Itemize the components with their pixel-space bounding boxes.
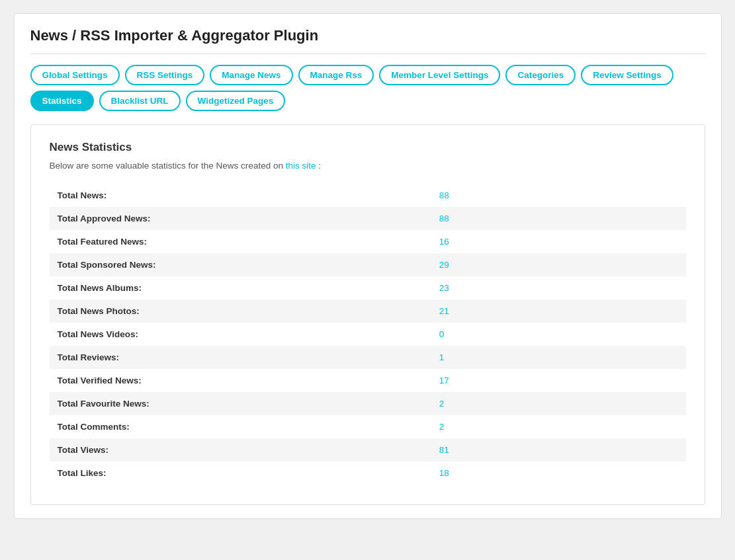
tab-statistics[interactable]: Statistics [30, 91, 94, 111]
stat-value: 23 [431, 276, 686, 300]
section-desc: Below are some valuable statistics for t… [50, 161, 686, 171]
desc-suffix: : [318, 161, 321, 171]
stat-value: 1 [431, 346, 686, 369]
stat-value: 29 [431, 253, 686, 276]
stats-row: Total Favourite News: 2 [50, 392, 686, 415]
page-container: News / RSS Importer & Aggregator Plugin … [14, 13, 722, 519]
stat-value: 81 [431, 438, 686, 461]
stat-value: 2 [431, 415, 686, 438]
stats-row: Total News Albums: 23 [50, 276, 686, 300]
stats-row: Total Sponsored News: 29 [50, 253, 686, 276]
stat-label: Total Comments: [50, 415, 431, 438]
stats-row: Total News Photos: 21 [50, 300, 686, 323]
stat-label: Total News Albums: [50, 276, 431, 300]
stat-value: 88 [431, 184, 686, 207]
stat-value: 17 [431, 369, 686, 392]
tab-global-settings[interactable]: Global Settings [30, 65, 120, 85]
stats-row: Total Comments: 2 [50, 415, 686, 438]
stat-value: 21 [431, 300, 686, 323]
tab-widgetized-pages[interactable]: Widgetized Pages [186, 91, 286, 111]
section-title: News Statistics [50, 141, 686, 154]
tab-manage-rss[interactable]: Manage Rss [298, 65, 374, 85]
tab-categories[interactable]: Categories [505, 65, 576, 85]
stats-row: Total News Videos: 0 [50, 323, 686, 346]
stat-value: 16 [431, 230, 686, 253]
stats-table: Total News: 88 Total Approved News: 88 T… [50, 184, 686, 485]
stat-value: 88 [431, 207, 686, 230]
stat-label: Total Favourite News: [50, 392, 431, 415]
stats-row: Total News: 88 [50, 184, 686, 207]
tab-manage-news[interactable]: Manage News [210, 65, 292, 85]
stats-row: Total Featured News: 16 [50, 230, 686, 253]
stat-label: Total Featured News: [50, 230, 431, 253]
stat-label: Total News Photos: [50, 300, 431, 323]
stats-row: Total Views: 81 [50, 438, 686, 461]
stat-label: Total News: [50, 184, 431, 207]
stat-label: Total Reviews: [50, 346, 431, 369]
stats-row: Total Reviews: 1 [50, 346, 686, 369]
stats-row: Total Likes: 18 [50, 461, 686, 485]
content-panel: News Statistics Below are some valuable … [30, 124, 705, 505]
tab-member-level-settings[interactable]: Member Level Settings [379, 65, 500, 85]
tab-blacklist-url[interactable]: Blacklist URL [99, 91, 181, 111]
page-title: News / RSS Importer & Aggregator Plugin [30, 27, 705, 54]
stat-value: 18 [431, 461, 686, 485]
tab-rss-settings[interactable]: RSS Settings [125, 65, 205, 85]
stat-label: Total Approved News: [50, 207, 431, 230]
desc-prefix: Below are some valuable statistics for t… [50, 161, 283, 171]
stat-label: Total Sponsored News: [50, 253, 431, 276]
stat-label: Total Likes: [50, 461, 431, 485]
tab-review-settings[interactable]: Review Settings [581, 65, 673, 85]
stat-label: Total News Videos: [50, 323, 431, 346]
stats-row: Total Verified News: 17 [50, 369, 686, 392]
stats-row: Total Approved News: 88 [50, 207, 686, 230]
stat-value: 2 [431, 392, 686, 415]
stat-label: Total Verified News: [50, 369, 431, 392]
nav-tabs: Global SettingsRSS SettingsManage NewsMa… [30, 65, 705, 111]
stat-value: 0 [431, 323, 686, 346]
desc-link[interactable]: this site [286, 161, 316, 171]
stat-label: Total Views: [50, 438, 431, 461]
